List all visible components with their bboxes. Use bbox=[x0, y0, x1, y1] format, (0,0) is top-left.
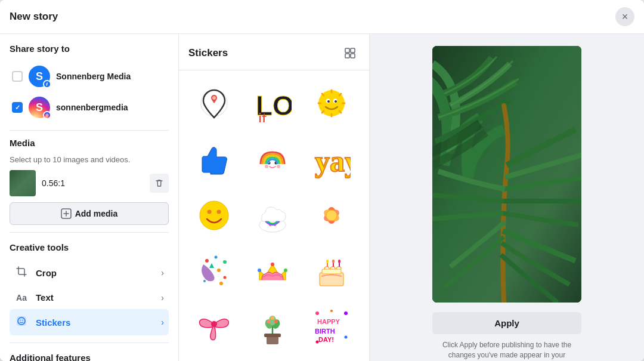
account-item-instagram[interactable]: S sonnenbergmedia bbox=[10, 92, 169, 123]
svg-text:BIRTH: BIRTH bbox=[315, 328, 335, 335]
stickers-tool-label: Stickers bbox=[36, 317, 154, 328]
crop-tool-item[interactable]: Crop › bbox=[10, 260, 169, 286]
svg-point-44 bbox=[217, 269, 221, 272]
svg-text:yay: yay bbox=[315, 144, 351, 178]
apply-hint: Click Apply before publishing to have th… bbox=[432, 340, 581, 361]
svg-point-43 bbox=[223, 260, 227, 264]
svg-point-31 bbox=[200, 201, 228, 230]
svg-point-67 bbox=[271, 316, 274, 320]
facebook-checkbox[interactable] bbox=[12, 71, 23, 82]
svg-point-50 bbox=[284, 269, 287, 272]
svg-point-40 bbox=[326, 210, 337, 221]
sticker-smiley[interactable] bbox=[188, 190, 240, 241]
facebook-avatar: S bbox=[29, 66, 50, 87]
svg-rect-11 bbox=[351, 48, 355, 53]
text-tool-label: Text bbox=[36, 292, 154, 303]
instagram-badge bbox=[43, 111, 51, 119]
svg-point-46 bbox=[203, 280, 206, 282]
svg-point-4 bbox=[48, 114, 48, 115]
add-media-label: Add media bbox=[75, 209, 118, 218]
svg-point-15 bbox=[212, 96, 216, 100]
sticker-birthday-cake[interactable] bbox=[306, 246, 357, 297]
svg-point-73 bbox=[315, 341, 318, 344]
svg-rect-12 bbox=[345, 54, 349, 58]
modal-body: Share story to S Sonnenberg Media S bbox=[0, 34, 644, 361]
grid-layout-button[interactable] bbox=[340, 44, 360, 63]
svg-rect-10 bbox=[345, 48, 349, 53]
svg-point-56 bbox=[326, 260, 329, 263]
instagram-checkbox[interactable] bbox=[12, 102, 23, 113]
crop-chevron: › bbox=[161, 268, 164, 277]
sticker-thumbs-up[interactable] bbox=[188, 134, 240, 185]
svg-point-24 bbox=[265, 165, 268, 168]
facebook-account-name: Sonnenberg Media bbox=[56, 72, 131, 81]
crop-tool-label: Crop bbox=[36, 268, 154, 278]
svg-point-1 bbox=[44, 112, 50, 118]
story-preview bbox=[432, 46, 581, 303]
svg-point-8 bbox=[20, 320, 21, 321]
svg-text:DAY!: DAY! bbox=[318, 336, 334, 343]
apply-button[interactable]: Apply bbox=[432, 312, 581, 334]
additional-features-title: Additional features bbox=[10, 353, 169, 361]
sticker-yay[interactable]: yay bbox=[306, 134, 357, 185]
facebook-badge bbox=[43, 80, 51, 88]
svg-point-22 bbox=[335, 100, 337, 103]
svg-point-42 bbox=[215, 256, 218, 259]
svg-rect-60 bbox=[267, 336, 278, 344]
svg-point-41 bbox=[205, 259, 209, 263]
instagram-account-name: sonnenbergmedia bbox=[56, 103, 128, 112]
svg-rect-13 bbox=[351, 54, 355, 58]
svg-point-72 bbox=[344, 311, 348, 315]
sticker-rainbow-cloud[interactable] bbox=[247, 190, 298, 241]
close-button[interactable]: × bbox=[615, 7, 634, 26]
svg-text:it: it bbox=[258, 110, 267, 122]
share-section-title: Share story to bbox=[10, 44, 169, 54]
instagram-avatar: S bbox=[29, 97, 50, 118]
sticker-flower[interactable] bbox=[306, 190, 357, 241]
divider-2 bbox=[10, 232, 169, 233]
stickers-grid: LOVEit yay bbox=[179, 70, 369, 361]
sticker-happy-birthday[interactable]: HAPPYBIRTHDAY! bbox=[306, 302, 357, 353]
delete-media-button[interactable] bbox=[150, 174, 169, 193]
creative-tools-title: Creative tools bbox=[10, 242, 169, 252]
media-subtitle: Select up to 10 images and videos. bbox=[10, 155, 169, 164]
left-panel: Share story to S Sonnenberg Media S bbox=[0, 34, 179, 361]
svg-point-66 bbox=[274, 320, 278, 323]
sticker-bow[interactable] bbox=[188, 302, 240, 353]
svg-text:HAPPY: HAPPY bbox=[317, 318, 340, 325]
sticker-crown-rainbow[interactable] bbox=[247, 246, 298, 297]
sticker-love-it[interactable]: LOVEit bbox=[247, 78, 298, 129]
media-section-title: Media bbox=[10, 138, 169, 148]
svg-point-71 bbox=[315, 311, 319, 315]
modal-header: New story × bbox=[0, 0, 644, 34]
svg-point-32 bbox=[208, 210, 212, 214]
media-thumbnail bbox=[10, 170, 36, 196]
svg-rect-52 bbox=[322, 269, 341, 274]
sticker-rainbow-cute[interactable] bbox=[247, 134, 298, 185]
add-media-button[interactable]: Add media bbox=[10, 202, 169, 225]
sticker-confetti[interactable] bbox=[188, 246, 240, 297]
sticker-location-pin[interactable] bbox=[188, 78, 240, 129]
additional-features-section: Additional features bbox=[10, 353, 169, 361]
svg-point-75 bbox=[330, 310, 333, 312]
svg-point-25 bbox=[277, 165, 280, 168]
svg-point-9 bbox=[22, 320, 23, 321]
svg-point-57 bbox=[332, 260, 335, 263]
stickers-icon bbox=[14, 316, 29, 329]
sticker-flower-pot[interactable] bbox=[247, 302, 298, 353]
stickers-panel-title: Stickers bbox=[188, 47, 228, 59]
svg-point-47 bbox=[219, 282, 223, 285]
crop-icon bbox=[14, 266, 29, 279]
text-tool-item[interactable]: Aa Text › bbox=[10, 286, 169, 309]
media-section: Media Select up to 10 images and videos.… bbox=[10, 138, 169, 225]
divider-3 bbox=[10, 343, 169, 343]
creative-tools-section: Creative tools Crop › Aa Text › bbox=[10, 242, 169, 335]
svg-point-45 bbox=[224, 276, 227, 279]
stickers-tool-item[interactable]: Stickers › bbox=[10, 309, 169, 335]
svg-point-48 bbox=[271, 263, 274, 266]
account-item-facebook[interactable]: S Sonnenberg Media bbox=[10, 61, 169, 92]
preview-panel: Apply Click Apply before publishing to h… bbox=[370, 34, 644, 361]
svg-point-65 bbox=[267, 320, 271, 323]
text-icon: Aa bbox=[14, 293, 29, 303]
sticker-sun-smiley[interactable] bbox=[306, 78, 357, 129]
